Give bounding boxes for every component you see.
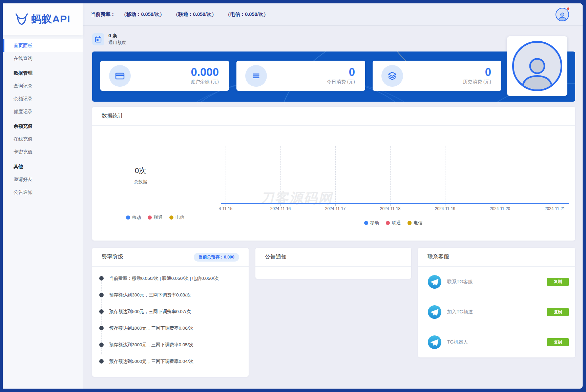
rate-unicom: （联通：0.050/次） xyxy=(173,11,216,18)
x-axis-label: 4-11-15 xyxy=(205,206,246,211)
sidebar-menu: 首页面板 在线查询 数据管理 查询记录 余额记录 额度记录 余额充值 在线充值 … xyxy=(3,35,83,199)
quota-label: 通用额度 xyxy=(108,40,126,46)
sidebar-section-data-management: 数据管理 xyxy=(3,66,83,79)
telegram-icon xyxy=(427,275,442,289)
sidebar-item-quota-records[interactable]: 额度记录 xyxy=(3,105,83,118)
gridline xyxy=(555,146,555,204)
sidebar-item-announcement[interactable]: 公告通知 xyxy=(3,186,83,199)
legend-dot-mobile xyxy=(364,221,368,225)
legend-item-telecom[interactable]: 电信 xyxy=(169,214,184,221)
history-consume-value: 0 xyxy=(463,66,491,78)
today-consume-value: 0 xyxy=(327,66,355,78)
sidebar-section-other: 其他 xyxy=(3,160,83,173)
tier-item: 预存额达到300元，三网下调费率0.08/次 xyxy=(92,287,249,303)
x-axis-label: 2024-11-20 xyxy=(480,206,520,211)
page: 蚂蚁API 首页面板 在线查询 数据管理 查询记录 余额记录 额度记录 余额充值… xyxy=(0,0,586,392)
notification-dot xyxy=(566,7,570,11)
x-axis-label: 2024-11-21 xyxy=(535,206,575,211)
balance-label: 账户余额 (元) xyxy=(191,79,219,85)
sidebar-item-online-recharge[interactable]: 在线充值 xyxy=(3,132,83,145)
chart-total: 0次 总数据 xyxy=(134,166,147,185)
support-row-tg-service[interactable]: 联系TG客服 复制 xyxy=(418,267,575,297)
legend-item-mobile[interactable]: 移动 xyxy=(126,214,141,221)
rate-mobile: （移动：0.050/次） xyxy=(122,11,165,18)
gridline xyxy=(390,146,391,204)
layers-icon xyxy=(381,65,403,87)
bottom-row: 费率阶级 当前总预存：0.000 当前费率：移动0.050/次 | 联通0.05… xyxy=(92,248,575,377)
app-title: 蚂蚁API xyxy=(31,12,70,26)
copy-button[interactable]: 复制 xyxy=(547,338,569,346)
stat-card-history: 0 历史消费 (元) xyxy=(373,61,501,91)
telegram-icon xyxy=(427,335,442,349)
tier-item: 预存额达到500元，三网下调费率0.07/次 xyxy=(92,303,249,320)
list-icon xyxy=(245,65,267,87)
ant-logo-icon xyxy=(15,13,28,26)
general-quota: 0 条 通用额度 xyxy=(92,33,575,46)
announcement-title: 公告通知 xyxy=(265,253,287,261)
sidebar-item-query-records[interactable]: 查询记录 xyxy=(3,79,83,92)
legend-dot-unicom xyxy=(386,221,390,225)
legend-item-mobile[interactable]: 移动 xyxy=(364,220,379,226)
legend-dot-telecom xyxy=(407,221,412,225)
legend-dot-unicom xyxy=(148,215,152,220)
tier-item: 预存额达到5000元，三网下调费率0.04/次 xyxy=(92,353,249,370)
legend-item-unicom[interactable]: 联通 xyxy=(148,214,163,221)
app-logo: 蚂蚁API xyxy=(3,3,83,35)
total-prestore-badge: 当前总预存：0.000 xyxy=(194,253,239,262)
support-label: 加入TG频道 xyxy=(447,309,547,315)
history-consume-label: 历史消费 (元) xyxy=(463,79,491,85)
support-row-tg-bot[interactable]: TG机器人 复制 xyxy=(418,327,575,357)
rate-tier-list: 当前费率：移动0.050/次 | 联通0.050/次 | 电信0.050/次 预… xyxy=(92,267,249,370)
chart-title: 数据统计 xyxy=(102,112,123,120)
legend-dot-telecom xyxy=(169,215,173,220)
copy-button[interactable]: 复制 xyxy=(547,278,569,286)
stats-banner: 0.000 账户余额 (元) xyxy=(92,51,575,102)
quota-count: 0 条 xyxy=(108,33,126,39)
sidebar-item-card-recharge[interactable]: 卡密充值 xyxy=(3,145,83,158)
watermark: 刀客源码网 xyxy=(260,189,333,207)
chart-total-value: 0次 xyxy=(134,166,147,176)
x-axis-line xyxy=(221,203,569,204)
gridline xyxy=(445,146,445,204)
chart-area: 0次 总数据 刀客源码网 4-11-15 2024-11-16 2024-11-… xyxy=(92,126,575,240)
tier-item: 预存额达到1000元，三网下调费率0.06/次 xyxy=(92,320,249,336)
sidebar-item-online-query[interactable]: 在线查询 xyxy=(3,52,83,65)
sidebar-item-invite-friends[interactable]: 邀请好友 xyxy=(3,173,83,186)
sidebar-item-balance-records[interactable]: 余额记录 xyxy=(3,92,83,105)
support-row-tg-channel[interactable]: 加入TG频道 复制 xyxy=(418,297,575,327)
topbar: 当前费率： （移动：0.050/次） （联通：0.050/次） （电信：0.05… xyxy=(83,3,583,26)
stat-card-today: 0 今日消费 (元) xyxy=(236,61,365,91)
sidebar-item-home-panel[interactable]: 首页面板 xyxy=(3,39,83,52)
balance-value: 0.000 xyxy=(191,66,219,78)
support-label: 联系TG客服 xyxy=(447,279,547,285)
profile-avatar-icon xyxy=(512,41,562,91)
current-rates: 当前费率： （移动：0.050/次） （联通：0.050/次） （电信：0.05… xyxy=(91,11,277,18)
gridline xyxy=(500,146,500,204)
tier-item: 预存额达到3000元，三网下调费率0.05/次 xyxy=(92,336,249,353)
chart-legend-center: 移动 联通 电信 xyxy=(364,220,422,226)
contact-support-card: 联系客服 联系TG客服 复制 xyxy=(418,248,575,357)
rate-tiers-card: 费率阶级 当前总预存：0.000 当前费率：移动0.050/次 | 联通0.05… xyxy=(92,248,249,377)
chart-legend-left: 移动 联通 电信 xyxy=(126,214,184,221)
chart-total-label: 总数据 xyxy=(134,179,147,185)
copy-button[interactable]: 复制 xyxy=(547,308,569,316)
gridline xyxy=(335,146,336,204)
credit-card-icon xyxy=(109,65,131,87)
rate-tiers-title: 费率阶级 xyxy=(102,253,123,261)
chart-card: 数据统计 0次 总数据 刀客源码网 4-11-1 xyxy=(92,107,575,241)
telegram-icon xyxy=(427,305,442,319)
support-title: 联系客服 xyxy=(427,253,449,261)
announcement-card: 公告通知 xyxy=(255,248,411,279)
profile-avatar-card xyxy=(507,36,567,96)
rate-telecom: （电信：0.050/次） xyxy=(225,11,268,18)
support-label: TG机器人 xyxy=(447,339,547,345)
legend-item-telecom[interactable]: 电信 xyxy=(407,220,422,226)
x-axis-label: 2024-11-19 xyxy=(425,206,465,211)
legend-item-unicom[interactable]: 联通 xyxy=(386,220,401,226)
content: 0 条 通用额度 xyxy=(83,26,583,377)
x-axis-label: 2024-11-18 xyxy=(370,206,411,211)
rate-label: 当前费率： xyxy=(91,11,116,18)
stat-card-balance: 0.000 账户余额 (元) xyxy=(100,61,229,91)
user-avatar[interactable] xyxy=(556,8,569,21)
calendar-icon xyxy=(92,33,104,45)
